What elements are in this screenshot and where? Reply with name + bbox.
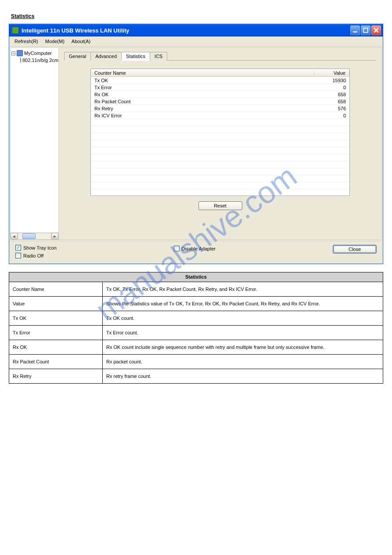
adapter-icon — [20, 57, 21, 63]
desc-row: Rx OKRx OK count include single sequence… — [9, 340, 383, 355]
desc-key: Rx Packet Count — [9, 355, 103, 369]
svg-rect-1 — [363, 28, 368, 33]
desc-value: Tx OK, Tx Error, Rx OK, Rx Packet Count,… — [103, 282, 383, 297]
radio-off-checkbox[interactable]: Radio Off — [15, 253, 57, 258]
tree-collapse-icon[interactable]: − — [11, 51, 15, 55]
desc-value: Tx Error count. — [103, 326, 383, 340]
close-button[interactable]: Close — [333, 245, 377, 254]
desc-key: Value — [9, 297, 103, 311]
checkbox-empty-icon — [174, 246, 180, 251]
menu-mode[interactable]: Mode(M) — [43, 38, 67, 45]
tree-scrollbar[interactable]: ◄ ► — [11, 232, 58, 239]
main-pane: General Advanced Statistics ICS Counter … — [59, 48, 381, 239]
scroll-left-icon[interactable]: ◄ — [11, 233, 18, 239]
desc-row: Tx OKTx OK count. — [9, 311, 383, 326]
stats-row[interactable]: Tx Error0 — [91, 84, 349, 91]
tree-adapter-node[interactable]: 802.11n/b/g 2cm — [11, 57, 58, 64]
checkbox-checked-icon: ✓ — [15, 245, 21, 250]
tab-general[interactable]: General — [64, 52, 91, 61]
disable-adapter-label: Disable Adapter — [182, 246, 216, 251]
section-title: Statistics — [11, 13, 383, 19]
desc-value: Shows the Statistics value of Tx OK, Tx … — [103, 297, 383, 311]
desc-table-header: Statistics — [9, 272, 383, 282]
scroll-thumb[interactable] — [22, 233, 36, 239]
radio-off-label: Radio Off — [23, 253, 43, 258]
stats-counter-name: Rx Retry — [91, 106, 314, 111]
tab-ics[interactable]: ICS — [150, 52, 167, 61]
show-tray-label: Show Tray Icon — [23, 245, 57, 250]
bottom-bar: ✓ Show Tray Icon Radio Off Disable Adapt… — [9, 241, 383, 264]
stats-counter-value: 0 — [314, 113, 349, 118]
statistics-listview: Counter Name Value Tx OK15930Tx Error0Rx… — [90, 69, 350, 196]
desc-key: Tx Error — [9, 326, 103, 340]
menubar: Refresh(R) Mode(M) About(A) — [9, 36, 383, 47]
desc-key: Counter Name — [9, 282, 103, 297]
maximize-button[interactable] — [361, 25, 370, 35]
window-title: Intelligent 11n USB Wireless LAN Utility — [22, 27, 350, 34]
description-table: Statistics Counter NameTx OK, Tx Error, … — [9, 272, 383, 384]
close-window-button[interactable] — [371, 25, 381, 35]
stats-counter-value: 658 — [314, 92, 349, 97]
svg-rect-0 — [353, 31, 357, 32]
device-tree: − MyComputer 802.11n/b/g 2cm ◄ ► — [11, 48, 59, 239]
stats-row-empty — [91, 119, 349, 126]
tab-advanced[interactable]: Advanced — [90, 52, 122, 61]
checkbox-empty-icon — [15, 253, 21, 258]
stats-counter-name: Rx OK — [91, 92, 314, 97]
tab-statistics[interactable]: Statistics — [121, 52, 150, 61]
stats-row[interactable]: Tx OK15930 — [91, 77, 349, 84]
stats-counter-name: Rx Packet Count — [91, 99, 314, 104]
stats-row[interactable]: Rx Packet Count658 — [91, 98, 349, 105]
show-tray-checkbox[interactable]: ✓ Show Tray Icon — [15, 245, 57, 250]
tree-adapter-label: 802.11n/b/g 2cm — [22, 58, 58, 63]
stats-row-empty — [91, 140, 349, 147]
titlebar: Intelligent 11n USB Wireless LAN Utility — [9, 24, 383, 36]
desc-value: Rx OK count include single sequence numb… — [103, 340, 383, 355]
desc-key: Rx Retry — [9, 369, 103, 384]
reset-button[interactable]: Reset — [198, 201, 242, 210]
stats-counter-value: 0 — [314, 85, 349, 90]
stats-counter-value: 658 — [314, 99, 349, 104]
stats-row[interactable]: Rx OK658 — [91, 91, 349, 98]
stats-counter-name: Tx Error — [91, 85, 314, 90]
desc-value: Tx OK count. — [103, 311, 383, 326]
stats-counter-name: Rx ICV Error — [91, 113, 314, 118]
utility-window: Intelligent 11n USB Wireless LAN Utility… — [9, 24, 383, 264]
app-icon — [12, 27, 19, 34]
stats-counter-value: 15930 — [314, 78, 349, 83]
stats-row-empty — [91, 161, 349, 168]
stats-row[interactable]: Rx Retry576 — [91, 105, 349, 112]
desc-row: ValueShows the Statistics value of Tx OK… — [9, 297, 383, 311]
stats-row[interactable]: Rx ICV Error0 — [91, 112, 349, 119]
computer-icon — [17, 50, 23, 56]
desc-row: Counter NameTx OK, Tx Error, Rx OK, Rx P… — [9, 282, 383, 297]
desc-key: Tx OK — [9, 311, 103, 326]
menu-refresh[interactable]: Refresh(R) — [12, 38, 41, 45]
tree-root-label: MyComputer — [24, 51, 52, 56]
stats-counter-value: 576 — [314, 106, 349, 111]
desc-value: Rx retry frame count. — [103, 369, 383, 384]
minimize-button[interactable] — [350, 25, 360, 35]
tree-root-node[interactable]: − MyComputer — [11, 50, 58, 57]
stats-row-empty — [91, 168, 349, 175]
disable-adapter-checkbox[interactable]: Disable Adapter — [174, 246, 216, 251]
stats-row-empty — [91, 133, 349, 140]
stats-row-empty — [91, 189, 349, 196]
desc-row: Tx ErrorTx Error count. — [9, 326, 383, 340]
desc-row: Rx Retry Rx retry frame count. — [9, 369, 383, 384]
menu-about[interactable]: About(A) — [69, 38, 93, 45]
desc-value: Rx packet count. — [103, 355, 383, 369]
stats-row-empty — [91, 147, 349, 154]
desc-key: Rx OK — [9, 340, 103, 355]
stats-row-empty — [91, 175, 349, 182]
scroll-right-icon[interactable]: ► — [51, 233, 58, 239]
stats-header-name[interactable]: Counter Name — [91, 70, 314, 76]
tabstrip: General Advanced Statistics ICS — [64, 51, 376, 61]
stats-row-empty — [91, 154, 349, 161]
stats-header-value[interactable]: Value — [314, 70, 349, 76]
stats-counter-name: Tx OK — [91, 78, 314, 83]
stats-row-empty — [91, 126, 349, 133]
desc-row: Rx Packet CountRx packet count. — [9, 355, 383, 369]
stats-row-empty — [91, 182, 349, 189]
